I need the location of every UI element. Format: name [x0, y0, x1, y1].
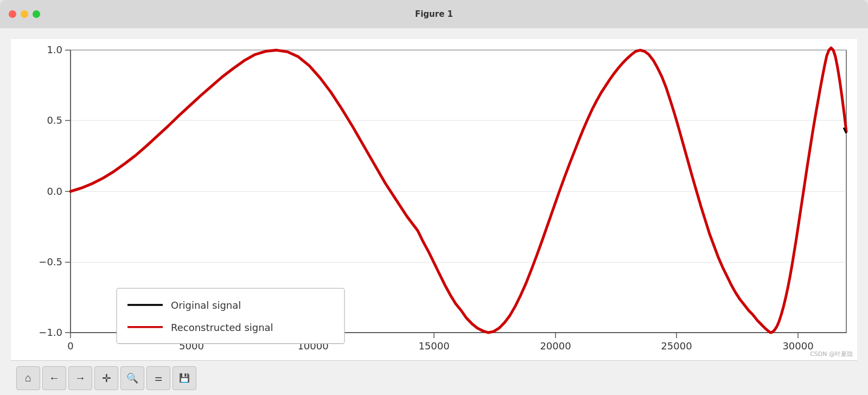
svg-text:0.5: 0.5 — [47, 114, 62, 126]
svg-rect-32 — [117, 288, 344, 343]
legend-reconstructed-label: Reconstructed signal — [171, 322, 273, 333]
svg-text:0.0: 0.0 — [47, 186, 62, 197]
svg-text:−0.5: −0.5 — [39, 256, 62, 267]
svg-text:30000: 30000 — [782, 340, 813, 351]
legend-original-label: Original signal — [171, 300, 241, 311]
window-title: Figure 1 — [415, 9, 453, 19]
close-button[interactable] — [9, 10, 16, 18]
chart-svg: 1.0 0.5 0.0 −0.5 −1.0 0 5000 10000 15000… — [11, 39, 857, 360]
watermark: CSDN @叶夏隐 — [810, 350, 853, 358]
toolbar: ⌂ ← → ✛ 🔍 ⚌ 💾 — [11, 360, 857, 395]
back-button[interactable]: ← — [42, 366, 66, 390]
svg-text:−1.0: −1.0 — [39, 327, 62, 338]
svg-text:0: 0 — [67, 340, 73, 351]
window: Figure 1 1.0 0.5 0.0 −0.5 — [0, 0, 868, 395]
save-button[interactable]: 💾 — [173, 366, 196, 390]
svg-text:20000: 20000 — [540, 340, 571, 351]
svg-text:1.0: 1.0 — [47, 43, 62, 55]
traffic-lights — [9, 10, 40, 18]
maximize-button[interactable] — [33, 10, 40, 18]
titlebar: Figure 1 — [0, 0, 868, 28]
home-button[interactable]: ⌂ — [16, 366, 40, 390]
svg-text:15000: 15000 — [418, 340, 449, 351]
minimize-button[interactable] — [21, 10, 28, 18]
forward-button[interactable]: → — [68, 366, 92, 390]
content-area: 1.0 0.5 0.0 −0.5 −1.0 0 5000 10000 15000… — [0, 28, 868, 395]
svg-text:25000: 25000 — [661, 340, 692, 351]
plot-area: 1.0 0.5 0.0 −0.5 −1.0 0 5000 10000 15000… — [11, 39, 857, 360]
pan-button[interactable]: ✛ — [94, 366, 118, 390]
configure-button[interactable]: ⚌ — [146, 366, 170, 390]
zoom-button[interactable]: 🔍 — [120, 366, 144, 390]
